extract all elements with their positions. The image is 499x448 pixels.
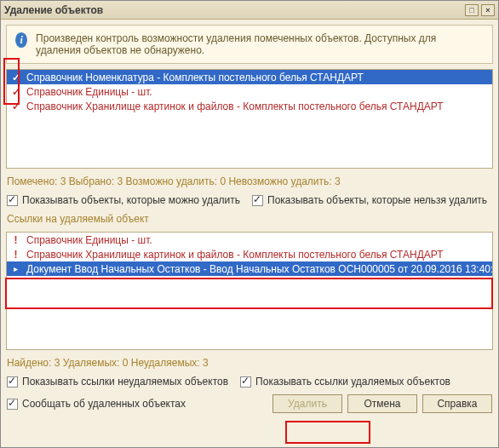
checkbox-label: Показывать объекты, которые можно удалит…	[22, 194, 240, 206]
checkbox-label: Показывать объекты, которые нельзя удали…	[267, 194, 487, 206]
dialog-window: Удаление объектов □ × i Произведен контр…	[0, 0, 499, 448]
checkbox-icon[interactable]	[7, 195, 18, 206]
show-nondeletable-refs-checkbox[interactable]: Показывать ссылки неудаляемых объектов	[7, 376, 228, 388]
list-item[interactable]: ✓ Справочник Хранилище картинок и файлов…	[7, 99, 492, 113]
checkbox-icon[interactable]	[252, 195, 263, 206]
maximize-button[interactable]: □	[465, 4, 479, 16]
arrow-icon: ▸	[10, 263, 21, 274]
titlebar: Удаление объектов □ ×	[1, 1, 498, 20]
checkbox-label: Сообщать об удаленных объектах	[22, 398, 186, 410]
cancel-button[interactable]: Отмена	[347, 394, 417, 413]
list-item[interactable]: ✓ Справочник Номенклатура - Комплекты по…	[7, 70, 492, 84]
show-deletable-refs-checkbox[interactable]: Показывать ссылки удаляемых объектов	[240, 376, 450, 388]
list-item[interactable]: ! Справочник Хранилище картинок и файлов…	[7, 247, 492, 261]
help-button[interactable]: Справка	[422, 394, 492, 413]
list-item-label: Справочник Номенклатура - Комплекты пост…	[26, 72, 364, 83]
checkmark-icon: ✓	[10, 72, 21, 83]
references-list[interactable]: ! Справочник Единицы - шт. ! Справочник …	[6, 232, 493, 350]
checkmark-icon: ✓	[10, 101, 21, 112]
exclamation-icon: !	[10, 234, 21, 245]
checkmark-icon: ✓	[10, 86, 21, 97]
checkbox-icon[interactable]	[7, 376, 18, 388]
checkbox-label: Показывать ссылки неудаляемых объектов	[22, 376, 228, 388]
footer: Сообщать об удаленных объектах Удалить О…	[6, 393, 493, 413]
list-item-label: Справочник Единицы - шт.	[26, 234, 152, 246]
references-label: Ссылки на удаляемый объект	[6, 211, 493, 227]
list-item-label: Справочник Хранилище картинок и файлов -…	[26, 101, 444, 112]
objects-list[interactable]: ✓ Справочник Номенклатура - Комплекты по…	[6, 69, 493, 169]
delete-button[interactable]: Удалить	[272, 394, 342, 413]
list-item-label: Документ Ввод Начальных Остатков - Ввод …	[26, 263, 493, 275]
checkbox-label: Показывать ссылки удаляемых объектов	[255, 376, 450, 388]
close-button[interactable]: ×	[481, 4, 495, 16]
checkbox-icon[interactable]	[240, 376, 251, 388]
info-icon: i	[15, 32, 27, 48]
list-item[interactable]: ! Справочник Единицы - шт.	[7, 233, 492, 247]
list-item[interactable]: ▸ Документ Ввод Начальных Остатков - Вво…	[7, 261, 492, 276]
notify-deleted-checkbox[interactable]: Сообщать об удаленных объектах	[7, 398, 186, 410]
window-title: Удаление объектов	[4, 4, 462, 16]
exclamation-icon: !	[10, 249, 21, 260]
list-item[interactable]: ✓ Справочник Единицы - шт.	[7, 84, 492, 99]
list-item-label: Справочник Хранилище картинок и файлов -…	[26, 249, 444, 261]
status-line-2: Найдено: 3 Удаляемых: 0 Неудаляемых: 3	[6, 355, 493, 370]
info-panel: i Произведен контроль возможности удален…	[6, 25, 493, 64]
content-area: i Произведен контроль возможности удален…	[1, 20, 498, 447]
filter-checks-1: Показывать объекты, которые можно удалит…	[6, 194, 493, 206]
checkbox-icon[interactable]	[7, 399, 18, 410]
show-nondeletable-checkbox[interactable]: Показывать объекты, которые нельзя удали…	[252, 194, 487, 206]
status-line-1: Помечено: 3 Выбрано: 3 Возможно удалить:…	[6, 174, 493, 189]
show-deletable-checkbox[interactable]: Показывать объекты, которые можно удалит…	[7, 194, 240, 206]
filter-checks-2: Показывать ссылки неудаляемых объектов П…	[6, 376, 493, 388]
list-item-label: Справочник Единицы - шт.	[26, 86, 152, 98]
info-text: Произведен контроль возможности удаления…	[36, 32, 484, 56]
